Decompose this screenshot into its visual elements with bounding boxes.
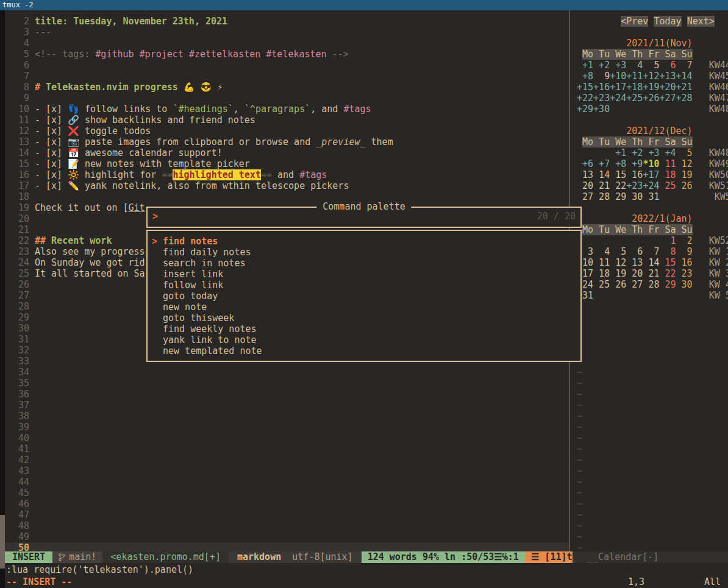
buffer-line[interactable]: 17- [x] ✏️ yank notelink, also from wthi… — [5, 180, 569, 191]
calendar-day[interactable]: +3 — [643, 147, 659, 158]
calendar-day[interactable]: 5 — [643, 60, 659, 71]
scrollbar-thumb[interactable] — [0, 515, 5, 569]
calendar-day[interactable]: 2 — [676, 235, 693, 246]
calendar-day[interactable]: 4 — [626, 60, 643, 71]
calendar-day[interactable]: 18 — [659, 169, 676, 180]
buffer-line[interactable]: 47 — [5, 509, 569, 520]
calendar-day[interactable]: +19 — [643, 82, 659, 93]
calendar-day[interactable]: 12 — [610, 257, 626, 268]
calendar-day[interactable]: 16 — [676, 257, 693, 268]
calendar-day[interactable]: 22 — [659, 268, 676, 279]
palette-item[interactable]: new note — [148, 302, 580, 313]
buffer-line[interactable]: 6 — [5, 60, 569, 71]
calendar-day[interactable]: +2 — [626, 147, 643, 158]
calendar-day[interactable]: 26 — [610, 279, 626, 290]
palette-item[interactable]: >find notes — [148, 236, 580, 247]
buffer-line[interactable]: 42 — [5, 455, 569, 466]
calendar-day[interactable]: +18 — [626, 82, 643, 93]
calendar-day[interactable]: 12 — [676, 158, 693, 169]
palette-item[interactable]: follow link — [148, 280, 580, 291]
calendar-next-button[interactable]: Next> — [687, 16, 715, 27]
calendar-day[interactable]: *10 — [643, 158, 659, 169]
calendar-day[interactable]: 4 — [593, 246, 610, 257]
calendar-day[interactable]: +1 — [577, 60, 593, 71]
calendar-day[interactable]: +1 — [610, 147, 626, 158]
buffer-line[interactable]: 48 — [5, 520, 569, 531]
palette-item[interactable]: find weekly notes — [148, 324, 580, 335]
calendar-day[interactable]: 21 — [593, 180, 610, 191]
calendar-day[interactable]: +20 — [659, 82, 676, 93]
calendar-day[interactable]: 8 — [659, 246, 676, 257]
palette-item[interactable]: yank link to note — [148, 335, 580, 345]
buffer-line[interactable]: 2title: Tuesday, November 23th, 2021 — [5, 16, 569, 27]
calendar-day[interactable]: +29 — [577, 104, 593, 115]
buffer-line[interactable]: 11- [x] 🔗 show backlinks and friend note… — [5, 115, 569, 126]
calendar-day[interactable]: 7 — [676, 60, 693, 71]
calendar-day[interactable]: +2 — [593, 60, 610, 71]
calendar-day[interactable]: +8 — [577, 71, 593, 82]
buffer-line[interactable]: 37 — [5, 400, 569, 411]
calendar-day[interactable]: 15 — [659, 257, 676, 268]
calendar-day[interactable]: +13 — [659, 71, 676, 82]
calendar-day[interactable]: 1 — [659, 235, 676, 246]
calendar-day[interactable]: 5 — [610, 246, 626, 257]
calendar-day[interactable]: +3 — [610, 60, 626, 71]
calendar-day[interactable]: +22 — [577, 93, 593, 104]
calendar-day[interactable]: 7 — [643, 246, 659, 257]
calendar-day[interactable]: 20 — [577, 180, 593, 191]
buffer-line[interactable]: 36 — [5, 389, 569, 400]
palette-item[interactable]: goto today — [148, 291, 580, 302]
buffer-line[interactable]: 16- [x] 🔆 highlight for ==highlighted te… — [5, 169, 569, 180]
calendar-day[interactable]: +14 — [676, 71, 693, 82]
calendar-day[interactable]: +9 — [626, 158, 643, 169]
buffer-line[interactable]: 38 — [5, 411, 569, 422]
buffer-line[interactable]: 34 — [5, 367, 569, 378]
calendar-day[interactable]: +17 — [643, 169, 659, 180]
buffer-line[interactable]: 49 — [5, 531, 569, 542]
calendar-prev-button[interactable]: <Prev — [621, 16, 648, 27]
calendar-day[interactable]: +4 — [659, 147, 676, 158]
buffer-line[interactable]: 46 — [5, 498, 569, 509]
calendar-day[interactable]: 22 — [610, 180, 626, 191]
calendar-day[interactable]: +11 — [626, 71, 643, 82]
buffer-line[interactable]: 14- [x] 📅 awesome calendar support! — [5, 147, 569, 158]
buffer-line[interactable]: 15- [x] 📝 new notes with template picker — [5, 158, 569, 169]
calendar-day[interactable]: 6 — [659, 60, 676, 71]
scrollbar-trough[interactable] — [0, 10, 5, 588]
buffer-line[interactable]: 45 — [5, 487, 569, 498]
calendar-day[interactable]: 19 — [676, 169, 693, 180]
buffer-line[interactable]: 5<!-- tags: #github #project #zettelkast… — [5, 49, 569, 60]
calendar-day[interactable]: +24 — [610, 93, 626, 104]
buffer-line[interactable]: 40 — [5, 433, 569, 444]
buffer-line[interactable]: 9 — [5, 93, 569, 104]
calendar-day[interactable]: 25 — [593, 279, 610, 290]
calendar-day[interactable]: +28 — [676, 93, 693, 104]
calendar-today-button[interactable]: Today — [654, 16, 681, 27]
calendar-day[interactable]: +12 — [643, 71, 659, 82]
calendar-day[interactable]: 30 — [676, 279, 693, 290]
calendar-day[interactable]: 21 — [643, 268, 659, 279]
buffer-line[interactable]: 7 — [5, 71, 569, 82]
command-palette-prompt[interactable]: Command palette > 20 / 20 — [146, 207, 582, 228]
calendar-day[interactable]: +7 — [593, 158, 610, 169]
calendar-day[interactable]: +17 — [610, 82, 626, 93]
calendar-day[interactable]: 29 — [610, 191, 626, 202]
calendar-day[interactable]: 27 — [626, 279, 643, 290]
calendar-day[interactable]: 9 — [676, 246, 693, 257]
calendar-day[interactable]: 27 — [577, 191, 593, 202]
palette-item[interactable]: find daily notes — [148, 247, 580, 258]
calendar-day[interactable]: 6 — [626, 246, 643, 257]
buffer-line[interactable]: 13- [x] 📷 paste images from clipboard or… — [5, 136, 569, 147]
command-line[interactable]: :lua require('telekasten').panel() — [6, 564, 193, 575]
calendar-day[interactable]: +21 — [676, 82, 693, 93]
calendar-day[interactable]: 26 — [676, 180, 693, 191]
calendar-day[interactable]: 9 — [593, 71, 610, 82]
calendar-day[interactable]: 18 — [593, 268, 610, 279]
calendar-day[interactable]: +16 — [593, 82, 610, 93]
buffer-line[interactable]: 8# Telekasten.nvim progress 💪 😎 ⚡ — [5, 82, 569, 93]
calendar-day[interactable]: 19 — [610, 268, 626, 279]
calendar-day[interactable]: 15 — [610, 169, 626, 180]
calendar-day[interactable]: 23 — [676, 268, 693, 279]
calendar-day[interactable]: +30 — [593, 104, 610, 115]
calendar-day[interactable]: 31 — [643, 191, 659, 202]
